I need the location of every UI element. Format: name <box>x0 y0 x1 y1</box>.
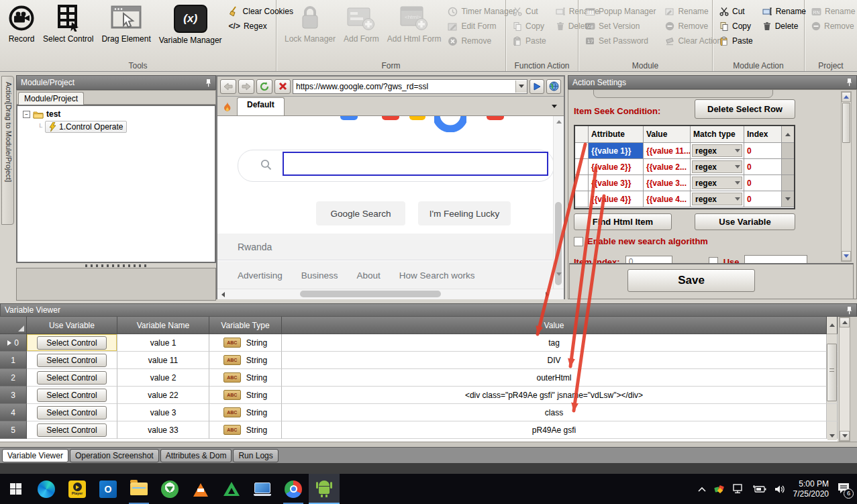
variable-value-cell[interactable]: class <box>282 404 827 421</box>
select-control-button[interactable]: Select Control <box>37 389 107 402</box>
pin-icon[interactable] <box>846 78 852 87</box>
seek-idx-0[interactable]: 0 <box>744 143 782 158</box>
tab-list-caret-icon[interactable] <box>552 105 557 108</box>
select-control-button[interactable]: Select Control <box>37 354 107 367</box>
seek-val-3[interactable]: {{value 4... <box>644 191 691 207</box>
notification-center-button[interactable]: 6 <box>837 483 850 496</box>
vv-scroll-down-button[interactable] <box>827 431 837 440</box>
enable-search-checkbox[interactable] <box>574 237 583 246</box>
seek-attr-0[interactable]: {{value 1}} <box>589 143 644 158</box>
popup-manager-button[interactable]: Popup Manager <box>585 6 656 17</box>
seek-idx-1[interactable]: 0 <box>744 159 782 174</box>
as-scroll-thumb[interactable] <box>842 103 850 143</box>
footer-link-business[interactable]: Business <box>301 270 338 281</box>
select-control-button[interactable]: Select Control <box>39 2 97 44</box>
tree-child-selection[interactable]: 1.Control Operate <box>45 121 127 133</box>
record-button[interactable]: Record <box>4 2 39 44</box>
ma-delete-button[interactable]: Delete <box>762 21 806 32</box>
variable-value-cell[interactable]: <div class="pR49Ae gsfi" jsname="vdLsw">… <box>282 387 827 404</box>
select-control-button[interactable]: Select Control <box>37 336 107 350</box>
table-scroll-down-icon[interactable] <box>785 197 791 201</box>
select-control-button[interactable]: Select Control <box>37 406 107 419</box>
variable-row-2[interactable]: 2 Select Control value 2 ABCString outer… <box>0 369 838 387</box>
taskbar-idm[interactable] <box>154 474 185 504</box>
ma-paste-button[interactable]: Paste <box>719 36 753 46</box>
action-dock-tab[interactable]: Action[Drag to Module/Project] <box>1 76 14 225</box>
scroll-down-icon[interactable] <box>556 272 562 276</box>
browser-vscrollbar[interactable] <box>553 116 564 289</box>
outer-scroll-up-button[interactable] <box>840 317 850 327</box>
ma-rename-button[interactable]: Rename <box>762 6 806 17</box>
match-type-dropdown[interactable]: regex <box>692 193 742 205</box>
antivirus-icon[interactable] <box>714 485 725 494</box>
seek-row-2[interactable]: {{value 3}} {{value 3... regex 0 <box>575 175 794 191</box>
variable-type-cell[interactable]: ABCString <box>209 352 282 369</box>
variable-name-cell[interactable]: value 22 <box>117 387 209 404</box>
taskbar-green-app[interactable] <box>216 474 247 504</box>
hscroll-thumb[interactable] <box>300 291 441 297</box>
scroll-up-icon[interactable] <box>556 120 562 123</box>
scroll-left-icon[interactable] <box>221 292 225 297</box>
tab-variable-viewer[interactable]: Variable Viewer <box>2 449 68 462</box>
variable-value-cell[interactable]: DIV <box>282 352 827 369</box>
browser-go-button[interactable] <box>530 79 544 94</box>
seek-val-2[interactable]: {{value 3... <box>644 175 691 191</box>
taskbar-player[interactable]: Player <box>62 474 93 504</box>
fa-copy-button[interactable]: Copy <box>513 21 546 32</box>
seek-idx-3[interactable]: 0 <box>744 191 782 207</box>
add-form-button[interactable]: Add Form <box>340 2 383 44</box>
seek-idx-2[interactable]: 0 <box>744 175 782 191</box>
taskbar-file-explorer[interactable] <box>123 474 154 504</box>
variable-manager-button[interactable]: (x) Variable Manager <box>155 2 226 45</box>
footer-link-advertising[interactable]: Advertising <box>238 270 283 281</box>
google-search-input[interactable] <box>283 152 548 176</box>
browser-refresh-button[interactable] <box>256 79 272 94</box>
variable-type-cell[interactable]: ABCString <box>209 421 282 439</box>
footer-link-about[interactable]: About <box>357 270 381 281</box>
clock[interactable]: 5:00 PM 7/25/2020 <box>793 479 829 499</box>
tree-node-child[interactable]: └ 1.Control Operate <box>17 119 215 133</box>
variable-row-0[interactable]: 0 Select Control value 1 ABCString tag <box>0 334 838 352</box>
taskbar-pc-app[interactable] <box>247 474 278 504</box>
col-use-variable[interactable]: Use Variable <box>27 317 117 334</box>
browser-forward-button[interactable] <box>238 79 254 94</box>
variable-row-5[interactable]: 5 Select Control value 33 ABCString pR49… <box>0 421 838 439</box>
url-dropdown-button[interactable] <box>515 81 527 93</box>
seek-row-3[interactable]: {{value 4}} {{value 4... regex 0 <box>575 191 794 207</box>
match-type-dropdown[interactable]: regex <box>692 177 742 189</box>
add-html-form-button[interactable]: <html> Add Html Form <box>383 2 446 44</box>
variable-type-cell[interactable]: ABCString <box>209 387 282 404</box>
col-variable-name[interactable]: Variable Name <box>117 317 209 334</box>
pin-icon[interactable] <box>846 306 852 315</box>
select-control-button[interactable]: Select Control <box>37 371 107 385</box>
volume-icon[interactable] <box>774 485 785 494</box>
col-variable-type[interactable]: Variable Type <box>209 317 282 334</box>
seek-val-1[interactable]: {{value 2... <box>644 159 691 174</box>
ma-cut-button[interactable]: Cut <box>719 6 753 17</box>
tree-node-root[interactable]: − test <box>17 106 215 119</box>
outer-scroll-down-button[interactable] <box>840 431 850 441</box>
use-checkbox[interactable] <box>709 257 718 263</box>
browser-stop-button[interactable] <box>274 79 291 94</box>
seek-val-0[interactable]: {{value 11... <box>644 143 691 158</box>
col-value[interactable]: Value <box>282 317 827 334</box>
fa-cut-button[interactable]: Cut <box>513 6 546 17</box>
fa-paste-button[interactable]: Paste <box>513 36 546 46</box>
tab-run-logs[interactable]: Run Logs <box>233 449 278 462</box>
browser-back-button[interactable] <box>220 79 236 94</box>
taskbar-chrome[interactable] <box>278 474 309 504</box>
variable-name-cell[interactable]: value 3 <box>117 404 209 421</box>
variable-value-cell[interactable]: outerHtml <box>282 369 827 387</box>
seek-row-0[interactable]: {{value 1}} {{value 11... regex 0 <box>575 143 794 159</box>
taskbar-android-active[interactable] <box>309 474 340 504</box>
use-variable-button[interactable]: Use Variable <box>695 213 795 230</box>
variable-type-cell[interactable]: ABCString <box>209 404 282 421</box>
start-button[interactable] <box>0 474 31 504</box>
as-scroll-down-button[interactable] <box>842 251 851 261</box>
panel-splitter[interactable] <box>16 263 216 268</box>
tray-expand-icon[interactable] <box>698 487 706 492</box>
variable-value-cell[interactable]: pR49Ae gsfi <box>282 421 827 439</box>
variable-row-4[interactable]: 4 Select Control value 3 ABCString class <box>0 404 838 421</box>
vv-scroll-up-icon[interactable] <box>829 323 835 327</box>
url-input[interactable] <box>293 82 515 91</box>
